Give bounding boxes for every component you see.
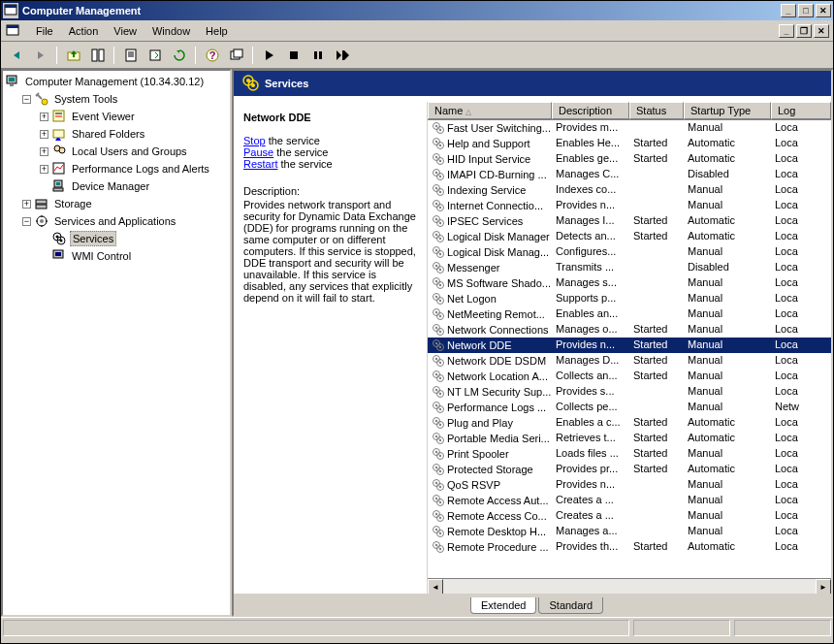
menu-view[interactable]: View xyxy=(106,23,144,39)
pause-link[interactable]: Pause xyxy=(243,146,273,158)
service-row[interactable]: IMAPI CD-Burning ...Manages C...Disabled… xyxy=(428,167,831,182)
tree-system-tools[interactable]: − System Tools xyxy=(22,90,228,108)
col-logon[interactable]: Log xyxy=(771,102,831,119)
pause-service-button[interactable] xyxy=(306,45,329,66)
tree-perf-logs[interactable]: +Performance Logs and Alerts xyxy=(40,160,228,177)
tree-device-manager[interactable]: Device Manager xyxy=(40,177,228,195)
service-row[interactable]: QoS RSVPProvides n...ManualLoca xyxy=(428,477,831,493)
service-row[interactable]: Performance Logs ...Collects pe...Manual… xyxy=(428,400,831,415)
service-row[interactable]: MessengerTransmits ...DisabledLoca xyxy=(428,260,831,275)
nav-back-button[interactable] xyxy=(5,45,27,66)
service-description: Enables an... xyxy=(552,307,629,321)
help-button[interactable]: ? xyxy=(201,45,223,66)
expand-icon[interactable]: + xyxy=(40,113,48,121)
scroll-right-button[interactable]: ► xyxy=(816,579,831,594)
col-startup-type[interactable]: Startup Type xyxy=(684,102,771,119)
svg-point-127 xyxy=(439,424,441,426)
tab-standard[interactable]: Standard xyxy=(538,597,603,614)
tree-local-users[interactable]: +Local Users and Groups xyxy=(40,143,228,160)
tree-storage[interactable]: +Storage xyxy=(22,195,228,212)
service-row[interactable]: Remote Access Co...Creates a ...ManualLo… xyxy=(428,508,831,524)
service-row[interactable]: Internet Connectio...Provides n...Manual… xyxy=(428,198,831,213)
svg-point-150 xyxy=(435,513,437,515)
tree-wmi[interactable]: WMI Control xyxy=(40,247,228,265)
nav-forward-button[interactable] xyxy=(29,45,51,66)
service-row[interactable]: NT LM Security Sup...Provides s...Manual… xyxy=(428,384,831,400)
service-name: HID Input Service xyxy=(447,153,530,165)
service-row[interactable]: Portable Media Seri...Retrieves t...Star… xyxy=(428,431,831,446)
maximize-button[interactable]: □ xyxy=(798,4,814,17)
refresh-button[interactable] xyxy=(168,45,190,66)
mdi-close-button[interactable]: ✕ xyxy=(814,24,829,38)
expand-icon[interactable]: + xyxy=(40,165,48,174)
service-gear-icon xyxy=(432,385,445,399)
service-row[interactable]: Network Location A...Collects an...Start… xyxy=(428,369,831,384)
minimize-button[interactable]: _ xyxy=(781,4,796,17)
service-rows[interactable]: Fast User Switching...Provides m...Manua… xyxy=(428,120,831,578)
restart-service-button[interactable] xyxy=(331,45,353,66)
col-name[interactable]: Name △ xyxy=(428,102,552,119)
menu-file[interactable]: File xyxy=(28,23,61,39)
tree-event-viewer[interactable]: +Event Viewer xyxy=(40,108,228,125)
close-button[interactable]: ✕ xyxy=(816,4,831,17)
service-row[interactable]: NetMeeting Remot...Enables an...ManualLo… xyxy=(428,306,831,322)
service-gear-icon xyxy=(432,338,445,352)
tree-services-apps[interactable]: −Services and Applications xyxy=(22,212,228,230)
service-row[interactable]: Network DDEProvides n...StartedManualLoc… xyxy=(428,338,831,353)
col-description[interactable]: Description xyxy=(552,102,629,119)
menu-help[interactable]: Help xyxy=(198,23,236,39)
service-gear-icon xyxy=(432,540,445,554)
scroll-left-button[interactable]: ◄ xyxy=(428,579,443,594)
mdi-restore-button[interactable]: ❐ xyxy=(796,24,812,38)
service-row[interactable]: Logical Disk Manag...Configures...Manual… xyxy=(428,244,831,260)
service-row[interactable]: Help and SupportEnables He...StartedAuto… xyxy=(428,136,831,151)
service-row[interactable]: Net LogonSupports p...ManualLoca xyxy=(428,291,831,306)
tree-shared-folders[interactable]: +Shared Folders xyxy=(40,125,228,143)
service-row[interactable]: Plug and PlayEnables a c...StartedAutoma… xyxy=(428,415,831,431)
expand-icon[interactable]: + xyxy=(40,130,48,139)
service-row[interactable]: Network ConnectionsManages o...StartedMa… xyxy=(428,322,831,338)
service-row[interactable]: Protected StorageProvides pr...StartedAu… xyxy=(428,462,831,477)
tab-extended[interactable]: Extended xyxy=(470,597,536,614)
collapse-icon[interactable]: − xyxy=(22,217,31,226)
service-row[interactable]: Remote Access Aut...Creates a ...ManualL… xyxy=(428,493,831,508)
menu-action[interactable]: Action xyxy=(61,23,107,39)
service-status: Started xyxy=(629,416,684,430)
expand-icon[interactable]: + xyxy=(22,200,31,209)
collapse-icon[interactable]: − xyxy=(22,95,31,104)
service-row[interactable]: Remote Procedure ...Provides th...Starte… xyxy=(428,539,831,555)
service-gear-icon xyxy=(432,416,445,430)
tree-services[interactable]: Services xyxy=(40,230,228,247)
start-service-button[interactable] xyxy=(258,45,280,66)
service-row[interactable]: HID Input ServiceEnables ge...StartedAut… xyxy=(428,151,831,167)
col-status[interactable]: Status xyxy=(629,102,684,119)
up-button[interactable] xyxy=(62,45,84,66)
service-row[interactable]: IPSEC ServicesManages I...StartedAutomat… xyxy=(428,213,831,229)
show-hide-tree-button[interactable] xyxy=(86,45,109,66)
service-row[interactable]: Indexing ServiceIndexes co...ManualLoca xyxy=(428,182,831,198)
svg-point-29 xyxy=(59,147,65,153)
tree-panel[interactable]: Computer Management (10.34.30.12) − Syst… xyxy=(1,69,232,617)
service-row[interactable]: Network DDE DSDMManages D...StartedManua… xyxy=(428,353,831,369)
new-window-button[interactable] xyxy=(225,45,247,66)
service-row[interactable]: Logical Disk ManagerDetects an...Started… xyxy=(428,229,831,244)
restart-link[interactable]: Restart xyxy=(243,158,277,170)
horizontal-scrollbar[interactable]: ◄ ► xyxy=(428,578,831,594)
expand-icon[interactable]: + xyxy=(40,147,48,156)
service-row[interactable]: Fast User Switching...Provides m...Manua… xyxy=(428,120,831,136)
statusbar xyxy=(1,617,833,638)
service-row[interactable]: MS Software Shado...Manages s...ManualLo… xyxy=(428,275,831,291)
properties-button[interactable] xyxy=(119,45,142,66)
stop-service-button[interactable] xyxy=(282,45,305,66)
tree-root[interactable]: Computer Management (10.34.30.12) xyxy=(5,73,228,90)
stop-link[interactable]: Stop xyxy=(243,135,266,146)
service-logon: Loca xyxy=(771,230,831,243)
mdi-minimize-button[interactable]: _ xyxy=(779,24,794,38)
service-status: Started xyxy=(629,463,684,476)
service-row[interactable]: Print SpoolerLoads files ...StartedManua… xyxy=(428,446,831,462)
export-button[interactable] xyxy=(144,45,166,66)
service-gear-icon xyxy=(432,463,445,476)
menu-window[interactable]: Window xyxy=(144,23,198,39)
service-status: Started xyxy=(629,338,684,352)
service-row[interactable]: Remote Desktop H...Manages a...ManualLoc… xyxy=(428,524,831,539)
